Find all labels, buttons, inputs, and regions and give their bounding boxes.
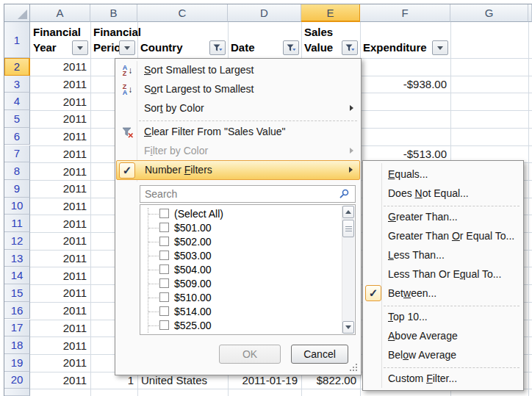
row-header-6[interactable]: 6 [4,128,30,145]
filter-funnel-button-sales-value[interactable] [342,40,358,55]
cell-A5[interactable]: 2011 [30,110,90,128]
cell-A11[interactable]: 2011 [30,215,90,232]
row-header-1[interactable]: 1 [4,22,30,58]
filter-funnel-button-country[interactable] [209,40,226,55]
value-checkbox[interactable] [159,264,169,274]
column-header-C[interactable]: C [137,4,228,22]
row-header-10[interactable]: 10 [4,198,30,215]
header-cell-date[interactable]: Date [228,22,301,58]
submenu-item-greater-than[interactable]: Greater Than... [364,208,522,227]
filter-dropdown-button-period[interactable] [119,40,135,55]
filter-dropdown-button-expenditure[interactable] [432,40,448,55]
row-header-18[interactable]: 18 [4,336,30,354]
scroll-down-button[interactable] [342,321,354,334]
cell-A7[interactable]: 2011 [30,145,90,163]
header-cell-financial-year[interactable]: Financial Year [30,22,90,58]
row-header-5[interactable]: 5 [4,110,30,128]
row-header-7[interactable]: 7 [4,145,30,163]
submenu-item-does-not-equal[interactable]: Does Not Equal... [364,184,522,204]
row-header-12[interactable]: 12 [4,232,30,250]
cell-A2[interactable]: 2011 [30,58,90,76]
row-header-17[interactable]: 17 [4,320,30,337]
header-cell-country[interactable]: Country [137,22,228,58]
cell-A19[interactable]: 2011 [30,354,90,372]
row-header-19[interactable]: 19 [4,354,30,372]
search-input[interactable] [140,185,356,203]
value-checkbox[interactable] [159,223,169,232]
submenu-item-top-10[interactable]: Top 10... [364,308,522,327]
filter-dropdown-button-year[interactable] [72,40,88,55]
column-header-G[interactable]: G [450,4,528,22]
row-header-4[interactable]: 4 [4,93,30,110]
column-header-A[interactable]: A [30,4,90,22]
header-cell-financial-period[interactable]: Financial Period [90,22,137,58]
cell-A15[interactable]: 2011 [30,284,90,302]
menu-item-sort-by-color[interactable]: Sort by Color [116,99,360,118]
filter-value-item[interactable]: $503.00 [140,249,341,263]
submenu-item-less-than[interactable]: Less Than... [364,246,522,265]
value-checkbox[interactable] [159,334,169,335]
filter-funnel-button-date[interactable] [283,40,299,55]
row-header-8[interactable]: 8 [4,162,30,180]
submenu-item-equals[interactable]: Equals... [364,165,522,184]
cell-A14[interactable]: 2011 [30,267,90,284]
row-header-2[interactable]: 2 [4,58,30,76]
select-all-corner[interactable] [4,4,30,22]
cancel-button[interactable]: Cancel [291,345,348,364]
list-scrollbar[interactable] [342,206,354,334]
filter-value-item[interactable]: $510.00 [140,291,341,305]
value-checkbox[interactable] [159,251,169,260]
submenu-item-above-average[interactable]: Above Average [364,327,522,346]
cell-A6[interactable]: 2011 [30,128,90,145]
filter-value-item[interactable]: $504.00 [140,263,341,277]
value-checkbox[interactable] [159,306,169,316]
filter-value-item[interactable]: $514.00 [140,305,341,319]
ok-button[interactable]: OK [219,345,281,364]
cell-A20[interactable]: 2011 [30,372,90,389]
column-header-D[interactable]: D [228,4,301,22]
menu-item-sort-largest-to-smallest[interactable]: ZA↓ Sort Largest to Smallest [116,80,360,99]
filter-value-item[interactable]: $509.00 [140,277,341,291]
value-checkbox[interactable] [159,237,169,246]
scroll-up-button[interactable] [342,206,354,218]
submenu-item-less-than-or-equal[interactable]: Less Than Or Equal To... [364,265,522,284]
column-header-B[interactable]: B [90,4,137,22]
value-checkbox[interactable] [159,320,169,330]
menu-item-clear-filter[interactable]: Clear Filter From "Sales Value" [116,123,360,142]
column-header-E[interactable]: E [301,4,360,22]
row-header-15[interactable]: 15 [4,284,30,302]
row-header-11[interactable]: 11 [4,215,30,232]
cell-A8[interactable]: 2011 [30,162,90,180]
cell-A12[interactable]: 2011 [30,232,90,250]
header-cell-sales-value[interactable]: Sales Value [301,22,360,58]
value-checkbox[interactable] [159,209,169,218]
row-header-13[interactable]: 13 [4,250,30,267]
column-header-F[interactable]: F [360,4,450,22]
scrollbar-thumb[interactable] [342,220,354,237]
row-header-20[interactable]: 20 [4,372,30,389]
cell-A3[interactable]: 2011 [30,76,90,93]
filter-value-item[interactable]: $502.00 [140,235,341,249]
row-header-14[interactable]: 14 [4,267,30,284]
cell-A13[interactable]: 2011 [30,250,90,267]
cell-A10[interactable]: 2011 [30,198,90,215]
menu-item-number-filters[interactable]: ✓ Number Filters [116,160,360,180]
value-checkbox[interactable] [159,278,169,288]
cell-A9[interactable]: 2011 [30,180,90,198]
row-header-16[interactable]: 16 [4,302,30,320]
cell-A16[interactable]: 2011 [30,302,90,320]
menu-item-sort-smallest-to-largest[interactable]: AZ↓ Sort Smallest to Largest [116,61,360,80]
filter-value-item[interactable]: (Select All) [140,207,341,221]
header-cell-expenditure[interactable]: Expenditure [360,22,450,58]
filter-value-item[interactable]: $525.00 [140,319,341,333]
cell-A17[interactable]: 2011 [30,320,90,337]
submenu-item-custom-filter[interactable]: Custom Filter... [364,370,522,389]
cell-A4[interactable]: 2011 [30,93,90,110]
submenu-item-greater-than-or-equal[interactable]: Greater Than Or Equal To... [364,227,522,246]
submenu-item-between[interactable]: ✓ Between... [364,284,522,303]
value-checkbox[interactable] [159,292,169,302]
filter-value-item[interactable]: $501.00 [140,221,341,235]
row-header-3[interactable]: 3 [4,76,30,93]
cell-F3[interactable]: -$938.00 [360,76,450,93]
cell-A18[interactable]: 2011 [30,336,90,354]
